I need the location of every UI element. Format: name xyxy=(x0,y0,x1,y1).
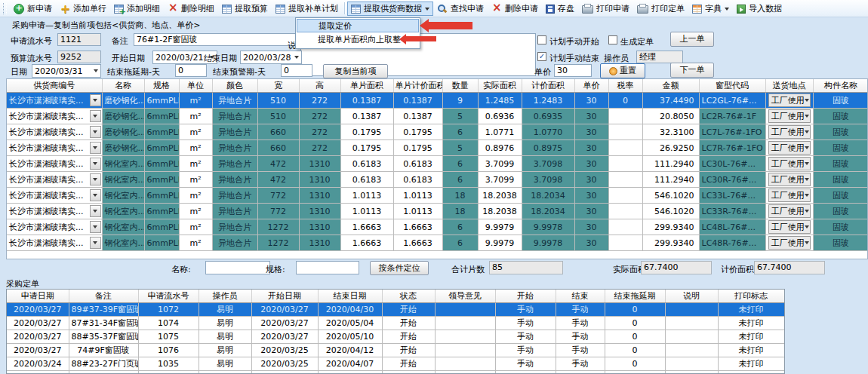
table-row[interactable]: 长沙市潇湘玻璃实...钢化室内...6mmPLE...m²异地合片7721310… xyxy=(7,204,868,219)
toolbar-button-extract-budget[interactable]: 提取预算 xyxy=(218,2,272,16)
date-combo[interactable]: 2020/03/31 xyxy=(32,64,101,78)
column-header-delivery[interactable]: 送货地点 xyxy=(765,79,813,93)
delivery-location-combo[interactable]: 工厂使用 xyxy=(768,189,811,202)
table-row[interactable]: 2020/03/2488#23-27F门页玻1035易明2020/03/2520… xyxy=(7,357,784,371)
toolbar-button-add-detail[interactable]: 添加明细 xyxy=(110,2,164,16)
toolbar-button-add-row[interactable]: 添加单行 xyxy=(56,2,110,16)
cell-remark: 74#9F窗固玻 xyxy=(69,344,138,357)
column-header-serial[interactable]: 申请流水号 xyxy=(138,290,199,303)
column-header-part-name[interactable]: 构件名称 xyxy=(813,79,868,93)
column-header-note[interactable]: 说明 xyxy=(665,290,718,303)
column-header-width[interactable]: 宽 xyxy=(257,79,299,93)
toolbar-button-extract-supplement-plan[interactable]: 提取补单计划 xyxy=(272,2,342,16)
table-row[interactable] xyxy=(7,371,784,374)
column-header-color[interactable]: 颜色 xyxy=(212,79,257,93)
column-header-start[interactable]: 开始 xyxy=(495,290,556,303)
table-row[interactable]: 长沙市潇湘玻璃实...磨砂钢化...6mmPLE...m²异地合片5102720… xyxy=(7,93,868,109)
column-header-start-date[interactable]: 开始日期 xyxy=(251,290,318,303)
column-header-end-date[interactable]: 结束日期 xyxy=(318,290,382,303)
toolbar-button-import-data[interactable]: 导入数据 xyxy=(733,2,786,16)
delivery-location-combo[interactable]: 工厂使用 xyxy=(768,94,811,107)
column-header-end-delay[interactable]: 结束拖延期 xyxy=(605,290,665,303)
toolbar-button-print-order[interactable]: 打印定单 xyxy=(633,2,688,16)
locator-name-input[interactable] xyxy=(205,261,270,274)
unit-price-input[interactable] xyxy=(554,64,592,77)
delivery-location-combo[interactable]: 工厂使用 xyxy=(768,109,811,123)
column-header-operator[interactable]: 操作员 xyxy=(199,290,251,303)
plan-manual-end-checkbox[interactable] xyxy=(537,52,546,61)
supplier-dropdown-button[interactable] xyxy=(90,189,101,201)
toolbar-button-extract-supplier-data[interactable]: 提取供货商数据 xyxy=(347,2,433,16)
supplier-dropdown-button[interactable] xyxy=(90,173,101,185)
column-header-tax-rate[interactable]: 税率 xyxy=(608,79,642,93)
table-row[interactable]: 2020/03/2789#37-39F窗固玻1072易明2020/03/2720… xyxy=(7,303,784,317)
delivery-location-combo[interactable]: 工厂使用 xyxy=(768,157,811,170)
next-order-button[interactable]: 下一单 xyxy=(670,63,714,78)
locate-by-condition-button[interactable]: 按条件定位 xyxy=(370,261,429,275)
column-header-remark[interactable]: 备注 xyxy=(69,290,138,303)
column-header-apply-date[interactable]: 申请日期 xyxy=(7,290,69,303)
supplier-dropdown-button[interactable] xyxy=(90,94,101,106)
column-header-name[interactable]: 名称 xyxy=(102,79,144,93)
supplier-dropdown-button[interactable] xyxy=(90,205,101,217)
end-delay-input[interactable] xyxy=(175,64,207,77)
delivery-location-combo[interactable]: 工厂使用 xyxy=(768,204,811,218)
toolbar-button-new-request[interactable]: 新申请 xyxy=(10,2,56,16)
table-row[interactable]: 长沙市潇湘玻璃实...钢化室内...6mmPLE...m²异地合片4721310… xyxy=(7,172,868,188)
end-warning-input[interactable] xyxy=(281,64,312,77)
column-header-billing-area[interactable]: 计价面积 xyxy=(522,79,574,93)
column-header-end[interactable]: 结束 xyxy=(556,290,605,303)
supplier-dropdown-button[interactable] xyxy=(90,237,101,249)
table-row[interactable]: 长沙市潇湘玻璃实...磨砂钢化...6mmPLE...m²异地合片5102720… xyxy=(7,109,868,124)
remark-input[interactable] xyxy=(134,33,297,46)
generate-order-checkbox[interactable] xyxy=(608,35,617,44)
column-header-supplier[interactable]: 供货商编号 xyxy=(7,79,102,93)
toolbar-button-find-request[interactable]: 查找申请 xyxy=(433,2,488,16)
column-header-spec[interactable]: 规格 xyxy=(144,79,179,93)
toolbar-button-delete-detail[interactable]: 删除明细 xyxy=(164,2,218,16)
end-date-combo[interactable]: 2020/03/28 xyxy=(240,51,302,64)
toolbar-button-save[interactable]: 存盘 xyxy=(542,2,578,16)
delivery-location-combo[interactable]: 工厂使用 xyxy=(768,141,811,155)
column-header-unit[interactable]: 单位 xyxy=(179,79,212,93)
column-header-unit-price[interactable]: 单价 xyxy=(574,79,608,93)
table-row[interactable]: 长沙市潇湘玻璃实...磨砂钢化...6mmPLE...m²异地合片6602720… xyxy=(7,124,868,140)
delivery-location-combo[interactable]: 工厂使用 xyxy=(768,173,811,186)
reset-button[interactable]: 重置 xyxy=(600,63,645,78)
menu-item-extract-pricing[interactable]: 提取定价 xyxy=(297,19,419,32)
column-header-piece-area[interactable]: 单片面积 xyxy=(340,79,393,93)
column-header-status[interactable]: 状态 xyxy=(382,290,435,303)
toolbar-button-print-request[interactable]: 打印申请 xyxy=(578,2,633,16)
supplier-dropdown-button[interactable] xyxy=(90,221,101,233)
table-row[interactable]: 2020/03/2774#9F窗固玻1076易明2020/03/252020/0… xyxy=(7,344,784,357)
table-row[interactable]: 长沙市潇湘玻璃实...钢化室内...6mmPLE...m²异地合片7721310… xyxy=(7,188,868,204)
supplier-dropdown-button[interactable] xyxy=(90,126,101,138)
copy-current-button[interactable]: 复制当前项 xyxy=(323,64,388,78)
supplier-dropdown-button[interactable] xyxy=(90,142,101,154)
delivery-location-combo[interactable]: 工厂使用 xyxy=(768,220,811,234)
table-row[interactable]: 2020/03/2788#35-37F窗固玻1075易明2020/03/2720… xyxy=(7,330,784,344)
toolbar-button-delete-request[interactable]: 删除申请 xyxy=(488,2,542,16)
delivery-location-combo[interactable]: 工厂使用 xyxy=(768,125,811,139)
supplier-dropdown-button[interactable] xyxy=(90,158,101,170)
table-row[interactable]: 2020/03/2787#31-34F窗固玻1074易明2020/03/2720… xyxy=(7,317,784,330)
column-header-actual-area[interactable]: 实际面积 xyxy=(478,79,522,93)
column-header-height[interactable]: 高 xyxy=(299,79,340,93)
table-row[interactable]: 长沙市潇湘玻璃实...钢化室内...6mmPLE...m²异地合片4721310… xyxy=(7,156,868,172)
operator-input[interactable] xyxy=(636,51,683,63)
column-header-leader-opinion[interactable]: 领导意见 xyxy=(435,290,495,303)
table-row[interactable]: 长沙市潇湘玻璃实...钢化室内...6mmPLE...m²异地合片1272131… xyxy=(7,219,868,235)
column-header-qty[interactable]: 数量 xyxy=(442,79,478,93)
column-header-amount[interactable]: 金额 xyxy=(642,79,699,93)
locator-spec-input[interactable] xyxy=(296,261,359,274)
column-header-window-code[interactable]: 窗型代码 xyxy=(699,79,765,93)
toolbar-button-dictionary[interactable]: 字典 xyxy=(688,2,733,16)
delivery-location-combo[interactable]: 工厂使用 xyxy=(768,236,811,250)
column-header-print-flag[interactable]: 打印标志 xyxy=(718,290,784,303)
table-row[interactable]: 长沙市潇湘玻璃实...钢化室内...6mmPLE...m²异地合片1272131… xyxy=(7,235,868,251)
prev-order-button[interactable]: 上一单 xyxy=(670,32,714,47)
column-header-piece-billing-area[interactable]: 单片计价面积 xyxy=(393,79,442,93)
plan-manual-start-checkbox[interactable] xyxy=(537,35,546,44)
table-row[interactable]: 长沙市潇湘玻璃实...磨砂钢化...6mmPLE...m²异地合片6602720… xyxy=(7,140,868,156)
supplier-dropdown-button[interactable] xyxy=(90,110,101,122)
